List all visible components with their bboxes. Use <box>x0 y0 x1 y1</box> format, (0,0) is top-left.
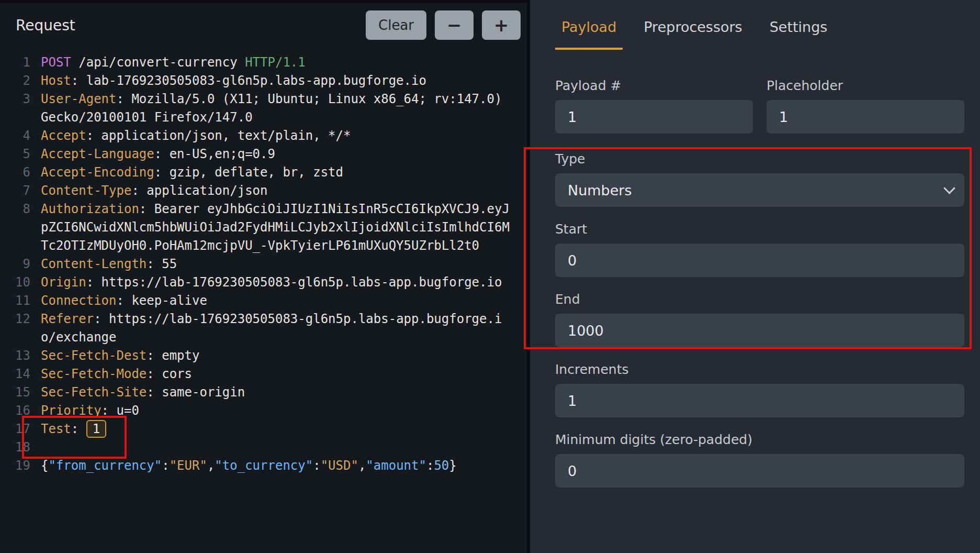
code-token: "EUR" <box>170 458 207 473</box>
line-number: 11 <box>7 292 30 310</box>
min-digits-label: Minimum digits (zero-padded) <box>555 432 964 447</box>
request-line: 1POST /api/convert-currency HTTP/1.1 <box>7 53 527 72</box>
request-line-text: Accept-Language: en-US,en;q=0.9 <box>41 145 510 163</box>
request-line-text: Sec-Fetch-Dest: empty <box>41 347 510 365</box>
request-line-text: Test: 1 <box>41 420 510 438</box>
code-token: Accept-Language <box>41 147 154 161</box>
request-line-text: Origin: https://lab-1769230505083-gl6n5p… <box>41 273 510 292</box>
payload-number-input[interactable] <box>555 100 753 134</box>
code-token: Content-Type <box>41 183 131 198</box>
code-token: "amount" <box>366 458 426 473</box>
code-token: : empty <box>147 348 199 363</box>
payload-number-label: Payload # <box>555 78 753 93</box>
increments-input[interactable] <box>555 384 964 417</box>
end-label: End <box>555 292 964 307</box>
request-line: 10Origin: https://lab-1769230505083-gl6n… <box>7 273 527 292</box>
code-token: } <box>449 458 456 473</box>
line-number: 16 <box>7 402 30 420</box>
add-payload-button[interactable]: + <box>482 10 521 40</box>
request-line-text: Authorization: Bearer eyJhbGciOiJIUzI1Ni… <box>41 200 510 255</box>
code-token: "from_currency" <box>48 458 162 473</box>
request-line-text: Content-Length: 55 <box>41 255 510 273</box>
code-token: Origin <box>41 275 86 290</box>
line-number: 12 <box>7 310 30 347</box>
clear-button[interactable]: Clear <box>366 10 426 40</box>
line-number: 5 <box>7 145 30 163</box>
request-line: 9Content-Length: 55 <box>7 255 527 273</box>
code-token: : en-US,en;q=0.9 <box>154 147 275 161</box>
request-editor[interactable]: 1POST /api/convert-currency HTTP/1.12Hos… <box>0 47 527 475</box>
code-token: "USD" <box>321 458 358 473</box>
type-select[interactable]: Numbers <box>555 173 964 207</box>
line-number: 1 <box>7 53 30 72</box>
request-line-text: {"from_currency":"EUR","to_currency":"US… <box>41 457 510 475</box>
request-line: 4Accept: application/json, text/plain, *… <box>7 127 527 145</box>
line-number: 4 <box>7 127 30 145</box>
code-token: , <box>207 458 215 473</box>
request-line-text: Content-Type: application/json <box>41 182 510 200</box>
payload-config-panel: Payload Preprocessors Settings Payload #… <box>530 0 980 553</box>
code-token: : cors <box>147 367 192 381</box>
code-token: HTTP/1.1 <box>245 55 306 70</box>
request-line: 11Connection: keep-alive <box>7 292 527 310</box>
min-digits-input[interactable] <box>555 454 964 488</box>
line-number: 3 <box>7 90 30 127</box>
line-number: 8 <box>7 200 30 255</box>
code-token: Sec-Fetch-Dest <box>41 348 147 363</box>
code-token: : application/json <box>131 183 267 198</box>
request-line-text: Sec-Fetch-Site: same-origin <box>41 383 510 402</box>
code-token: : https://lab-1769230505083-gl6n5p.labs-… <box>41 312 502 345</box>
chevron-down-icon <box>943 182 955 194</box>
request-line: 14Sec-Fetch-Mode: cors <box>7 365 527 383</box>
request-line: 17Test: 1 <box>7 420 527 438</box>
code-token: : https://lab-1769230505083-gl6n5p.labs-… <box>86 275 502 290</box>
code-token: Connection <box>41 293 117 308</box>
code-token: { <box>41 458 48 473</box>
request-line-text: Accept-Encoding: gzip, deflate, br, zstd <box>41 163 510 182</box>
code-token: Priority <box>41 403 102 418</box>
request-line-text: Accept: application/json, text/plain, */… <box>41 127 510 145</box>
remove-payload-button[interactable]: − <box>435 10 474 40</box>
placeholder-input[interactable] <box>767 100 964 134</box>
request-line: 13Sec-Fetch-Dest: empty <box>7 347 527 365</box>
tab-payload[interactable]: Payload <box>555 19 623 50</box>
line-number: 15 <box>7 383 30 402</box>
line-number: 19 <box>7 457 30 475</box>
payload-position-marker[interactable]: 1 <box>86 420 106 438</box>
code-token: : application/json, text/plain, */* <box>86 128 351 143</box>
code-token: : same-origin <box>147 385 245 400</box>
request-line: 12Referer: https://lab-1769230505083-gl6… <box>7 310 527 347</box>
request-line: 2Host: lab-1769230505083-gl6n5p.labs-app… <box>7 72 527 90</box>
line-number: 14 <box>7 365 30 383</box>
code-token: : gzip, deflate, br, zstd <box>154 165 343 180</box>
code-token: Sec-Fetch-Site <box>41 385 147 400</box>
line-number: 10 <box>7 273 30 292</box>
tab-preprocessors[interactable]: Preprocessors <box>637 19 748 50</box>
start-input[interactable] <box>555 244 964 277</box>
end-input[interactable] <box>555 314 964 347</box>
line-number: 7 <box>7 182 30 200</box>
request-line-text: Priority: u=0 <box>41 402 510 420</box>
request-line-text: User-Agent: Mozilla/5.0 (X11; Ubuntu; Li… <box>41 90 510 127</box>
code-token: : <box>426 458 434 473</box>
code-token: Sec-Fetch-Mode <box>41 367 147 381</box>
code-token: : keep-alive <box>117 293 207 308</box>
request-header: Request Clear − + <box>0 3 527 47</box>
type-select-value: Numbers <box>568 182 632 198</box>
code-token: : <box>71 422 86 436</box>
request-line-text: Referer: https://lab-1769230505083-gl6n5… <box>41 310 510 347</box>
request-panel: Request Clear − + 1POST /api/convert-cur… <box>0 0 527 553</box>
code-token: Host <box>41 73 71 88</box>
code-token: Authorization <box>41 202 139 216</box>
request-line: 7Content-Type: application/json <box>7 182 527 200</box>
request-toolbar: Clear − + <box>366 10 521 40</box>
code-token: Test <box>41 422 71 436</box>
request-line-text <box>41 438 510 457</box>
code-token: : <box>313 458 320 473</box>
request-line: 16Priority: u=0 <box>7 402 527 420</box>
request-line: 3User-Agent: Mozilla/5.0 (X11; Ubuntu; L… <box>7 90 527 127</box>
tab-settings[interactable]: Settings <box>763 19 834 50</box>
code-token: User-Agent <box>41 92 117 106</box>
request-line: 8Authorization: Bearer eyJhbGciOiJIUzI1N… <box>7 200 527 255</box>
request-line-text: POST /api/convert-currency HTTP/1.1 <box>41 53 510 72</box>
